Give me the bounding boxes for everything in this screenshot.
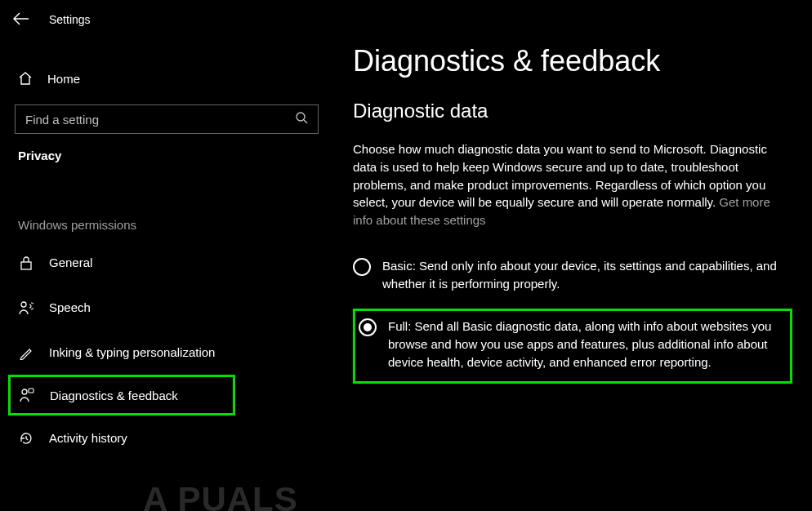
feedback-icon <box>19 388 35 402</box>
search-input[interactable] <box>25 113 295 127</box>
svg-point-4 <box>22 389 27 394</box>
svg-rect-5 <box>29 389 33 393</box>
pen-icon <box>18 345 34 360</box>
sidebar-item-label: Diagnostics & feedback <box>50 389 178 402</box>
page-title: Diagnostics & feedback <box>353 44 792 78</box>
category-title: Privacy <box>0 134 333 171</box>
person-speech-icon <box>18 300 34 315</box>
sidebar-item-label: General <box>49 256 92 269</box>
sidebar-item-label: Speech <box>49 300 91 314</box>
main-content: Diagnostics & feedback Diagnostic data C… <box>333 0 812 511</box>
app-title: Settings <box>49 13 91 26</box>
radio-option-full[interactable]: Full: Send all Basic diagnostic data, al… <box>353 309 792 383</box>
radio-icon <box>353 258 371 276</box>
group-title: Windows permissions <box>0 218 333 240</box>
radio-label: Basic: Send only info about your device,… <box>382 257 789 293</box>
svg-line-1 <box>304 120 307 123</box>
sidebar-item-diagnostics[interactable]: Diagnostics & feedback <box>8 375 235 415</box>
sidebar-item-inking[interactable]: Inking & typing personalization <box>0 330 333 375</box>
sidebar-item-general[interactable]: General <box>0 240 333 285</box>
sidebar: Settings Home Privacy Windows permission… <box>0 0 333 511</box>
radio-option-basic[interactable]: Basic: Send only info about your device,… <box>353 252 792 301</box>
sidebar-item-label: Activity history <box>49 431 127 445</box>
sidebar-item-speech[interactable]: Speech <box>0 285 333 330</box>
topbar: Settings <box>0 0 333 39</box>
home-icon <box>18 71 33 86</box>
sidebar-item-label: Inking & typing personalization <box>49 345 215 359</box>
diagnostic-radio-group: Basic: Send only info about your device,… <box>353 252 792 384</box>
radio-dot-icon <box>364 323 372 331</box>
back-arrow-icon[interactable] <box>13 11 29 28</box>
svg-point-0 <box>297 113 305 121</box>
radio-label: Full: Send all Basic diagnostic data, al… <box>388 318 785 371</box>
section-title: Diagnostic data <box>353 100 792 122</box>
search-box[interactable] <box>15 104 319 134</box>
description-text: Choose how much diagnostic data you want… <box>353 140 792 229</box>
svg-point-3 <box>21 302 26 307</box>
sidebar-home[interactable]: Home <box>0 60 333 96</box>
search-icon <box>295 111 308 127</box>
description-body: Choose how much diagnostic data you want… <box>353 142 767 209</box>
home-label: Home <box>47 72 80 86</box>
lock-icon <box>18 256 34 270</box>
radio-icon <box>359 318 377 336</box>
history-icon <box>18 431 34 446</box>
svg-rect-2 <box>21 262 31 269</box>
sidebar-item-activity[interactable]: Activity history <box>0 415 333 460</box>
